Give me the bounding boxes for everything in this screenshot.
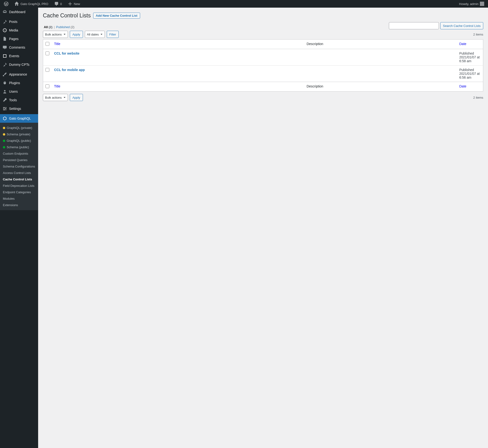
col-description: Description (304, 40, 457, 49)
sidebar-item-media[interactable]: Media (0, 26, 38, 35)
sidebar-item-label: Tools (9, 98, 17, 102)
plug-icon (2, 80, 7, 85)
dot-icon (3, 133, 5, 136)
sidebar-item-users[interactable]: Users (0, 87, 38, 96)
sidebar-item-pages[interactable]: Pages (0, 35, 38, 43)
col-title[interactable]: Title (52, 40, 304, 49)
graphql-icon (2, 116, 7, 121)
submenu-item-endpoint-categories[interactable]: Endpoint Categories (0, 189, 38, 195)
row-checkbox[interactable] (46, 51, 49, 55)
submenu-item-label: Schema (public) (7, 145, 29, 149)
comment-icon (2, 45, 7, 50)
submenu-item-label: GraphiQL (public) (7, 139, 31, 143)
sliders-icon (2, 106, 7, 111)
search-input[interactable] (389, 22, 439, 29)
submenu-item-schema-private[interactable]: Schema (private) (0, 131, 38, 137)
comment-icon (54, 1, 59, 6)
filter-published[interactable]: Published (2) (56, 25, 75, 29)
svg-point-1 (4, 90, 6, 91)
pin-icon (2, 19, 7, 24)
sidebar-item-label: Comments (9, 46, 25, 49)
submenu-item-schema-configurations[interactable]: Schema Configurations (0, 163, 38, 170)
sidebar-item-tools[interactable]: Tools (0, 96, 38, 104)
filter-button[interactable]: Filter (107, 31, 119, 38)
calendar-icon (2, 54, 7, 58)
bulk-actions-select-bottom[interactable]: Bulk actions (43, 94, 68, 101)
submenu-item-field-deprecation-lists[interactable]: Field Deprecation Lists (0, 183, 38, 189)
site-title: Gato GraphQL PRO (21, 2, 48, 6)
sidebar-item-settings[interactable]: Settings (0, 104, 38, 113)
howdy-account[interactable]: Howdy, admin (457, 0, 486, 8)
col-date-foot[interactable]: Date (457, 82, 483, 91)
apply-button-bottom[interactable]: Apply (70, 94, 83, 101)
sidebar-item-label: Media (9, 28, 18, 32)
submenu-item-schema-public[interactable]: Schema (public) (0, 144, 38, 150)
date-filter-select[interactable]: All dates (85, 31, 105, 38)
dashboard-icon (2, 9, 7, 14)
main-content: Cache Control Lists Add New Cache Contro… (38, 8, 488, 448)
table-row: CCL for mobile app Published2021/01/07 a… (43, 65, 483, 82)
new-label: New (74, 2, 80, 6)
submenu-item-label: Modules (3, 197, 15, 200)
user-icon (2, 89, 7, 94)
filter-all[interactable]: All (2) (44, 25, 52, 29)
howdy-text: Howdy, admin (459, 2, 479, 6)
sidebar-item-dummy-cpts[interactable]: Dummy CPTs (0, 60, 38, 69)
row-checkbox[interactable] (46, 68, 49, 72)
new-content-link[interactable]: New (66, 0, 82, 8)
submenu-item-graphiql-public[interactable]: GraphiQL (public) (0, 137, 38, 144)
row-title-link[interactable]: CCL for website (54, 51, 79, 55)
add-new-button[interactable]: Add New Cache Control List (93, 13, 140, 19)
submenu-item-custom-endpoints[interactable]: Custom Endpoints (0, 150, 38, 157)
submenu-item-label: Schema (private) (7, 133, 30, 136)
bulk-actions-select-top[interactable]: Bulk actions (43, 31, 68, 38)
row-description (304, 65, 457, 82)
sidebar-item-gato-graphql[interactable]: Gato GraphQL (0, 114, 38, 123)
col-title-foot[interactable]: Title (52, 82, 304, 91)
submenu-gato-graphql: GraphiQL (private) Schema (private) Grap… (0, 123, 38, 210)
site-home-link[interactable]: Gato GraphQL PRO (12, 0, 50, 8)
avatar-icon (480, 2, 484, 6)
submenu-item-access-control-lists[interactable]: Access Control Lists (0, 170, 38, 176)
submenu-item-label: Persisted Queries (3, 158, 27, 162)
submenu-item-label: Custom Endpoints (3, 152, 28, 155)
submenu-item-modules[interactable]: Modules (0, 195, 38, 202)
sidebar-item-label: Plugins (9, 81, 20, 85)
brush-icon (2, 72, 7, 77)
search-box: Search Cache Control Lists (389, 22, 483, 29)
status-filters: All (2) | Published (2) (44, 25, 74, 29)
wordpress-icon (4, 1, 8, 6)
apply-button-top[interactable]: Apply (70, 31, 83, 38)
items-count-bottom: 2 items (473, 96, 483, 99)
row-date: Published2021/01/07 at 6:58 am (457, 49, 483, 65)
col-description-foot: Description (304, 82, 457, 91)
row-description (304, 49, 457, 65)
search-button[interactable]: Search Cache Control Lists (440, 22, 483, 29)
row-date: Published2021/01/07 at 6:56 am (457, 65, 483, 82)
sidebar-item-label: Users (9, 90, 18, 93)
media-icon (2, 28, 7, 33)
submenu-item-persisted-queries[interactable]: Persisted Queries (0, 157, 38, 163)
sidebar-item-events[interactable]: Events (0, 52, 38, 60)
plus-icon (68, 1, 72, 6)
sidebar-item-label: Dashboard (9, 10, 25, 14)
row-title-link[interactable]: CCL for mobile app (54, 68, 85, 72)
submenu-item-label: Field Deprecation Lists (3, 184, 34, 188)
page-title: Cache Control Lists (43, 12, 91, 19)
col-date[interactable]: Date (457, 40, 483, 49)
sidebar-item-appearance[interactable]: Appearance (0, 70, 38, 79)
sidebar-item-dashboard[interactable]: Dashboard (0, 8, 38, 16)
submenu-item-extensions[interactable]: Extensions (0, 202, 38, 208)
sidebar-item-label: Pages (9, 37, 19, 41)
select-all-top[interactable] (46, 42, 49, 46)
select-all-bottom[interactable] (46, 84, 49, 88)
sidebar-item-plugins[interactable]: Plugins (0, 79, 38, 87)
sidebar-item-comments[interactable]: Comments (0, 43, 38, 52)
submenu-item-graphiql-private[interactable]: GraphiQL (private) (0, 125, 38, 131)
submenu-item-cache-control-lists[interactable]: Cache Control Lists (0, 176, 38, 183)
submenu-item-label: GraphiQL (private) (7, 126, 32, 130)
sidebar-item-label: Settings (9, 107, 21, 111)
comments-link[interactable]: 0 (52, 0, 64, 8)
wp-logo[interactable] (2, 0, 10, 8)
sidebar-item-posts[interactable]: Posts (0, 17, 38, 26)
